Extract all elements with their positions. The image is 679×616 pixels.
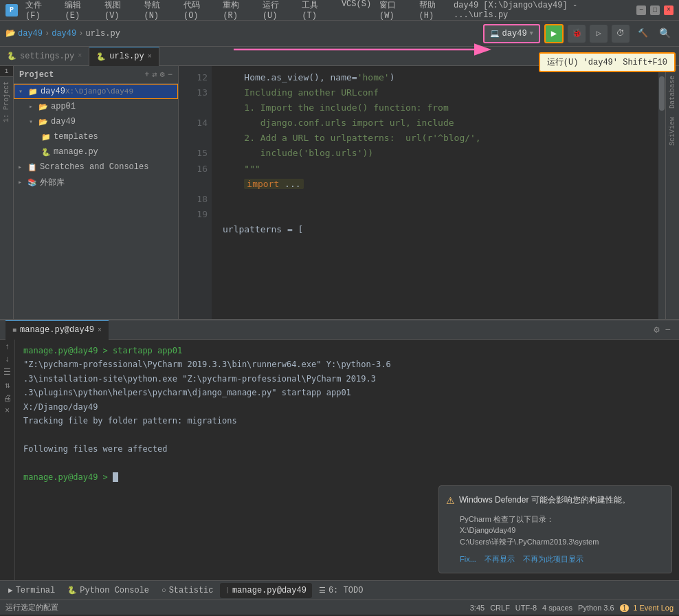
terminal-tab-close[interactable]: × xyxy=(98,327,102,334)
minimize-button[interactable]: − xyxy=(636,6,646,15)
run-tooltip: 运行(U) 'day49' Shift+F10 xyxy=(539,52,676,72)
breadcrumb-sep2: › xyxy=(78,29,83,38)
python-console-icon: 🐍 xyxy=(67,586,77,595)
menu-file[interactable]: 文件(F) xyxy=(22,0,60,22)
database-tab[interactable]: Database xyxy=(667,72,678,113)
debug-button[interactable]: 🐞 xyxy=(568,25,586,43)
menu-code[interactable]: 代码(O) xyxy=(180,0,218,22)
menu-nav[interactable]: 导航(N) xyxy=(140,0,178,22)
build-button[interactable]: 🔨 xyxy=(634,25,652,43)
sidebar-add-btn[interactable]: + xyxy=(144,70,149,80)
notif-dismiss-link[interactable]: 不再显示 xyxy=(485,553,515,566)
editor-content[interactable]: 12 13 14 15 16 18 19 Home.as_view(), nam… xyxy=(179,66,665,319)
title-bar: P 文件(F) 编辑(E) 视图(V) 导航(N) 代码(O) 重构(R) 运行… xyxy=(0,0,679,21)
editor-scrollbar[interactable] xyxy=(658,66,665,319)
urls-tab-close[interactable]: × xyxy=(148,53,152,60)
breadcrumb-project[interactable]: 📂 xyxy=(5,28,16,38)
code-content[interactable]: Home.as_view(), name='home') Including a… xyxy=(212,66,658,319)
menu-view[interactable]: 视图(V) xyxy=(101,0,139,22)
panel-tab-label-project[interactable]: 1: Project xyxy=(1,77,12,126)
code-line-13b: django.conf.urls import url, include xyxy=(223,116,647,131)
tree-item-scratches-arrow: ▸ xyxy=(18,163,27,171)
settings-tab-close[interactable]: × xyxy=(78,52,82,60)
notification-title: Windows Defender 可能会影响您的构建性能。 xyxy=(459,493,630,507)
tree-item-templates-icon: 📁 xyxy=(41,133,51,142)
coverage-button[interactable]: ▷ xyxy=(590,25,608,43)
status-event-log[interactable]: 1 1 Event Log xyxy=(620,604,674,612)
menu-bar: 文件(F) 编辑(E) 视图(V) 导航(N) 代码(O) 重构(R) 运行(U… xyxy=(22,0,454,22)
menu-tools[interactable]: 工具(T) xyxy=(298,0,336,22)
notif-dismiss-project-link[interactable]: 不再为此项目显示 xyxy=(523,553,583,566)
bottom-tab-statistic[interactable]: ○ Statistic xyxy=(156,583,219,598)
tree-item-external-libs[interactable]: ▸ 📚 外部库 xyxy=(14,175,178,190)
term-prompt-2: manage.py@day49 > xyxy=(23,472,108,482)
tree-item-manage[interactable]: 🐍 manage.py xyxy=(14,144,178,160)
menu-vcs[interactable]: VCS(S) xyxy=(338,0,375,22)
warning-icon: ⚠ xyxy=(446,493,455,509)
term-icon-down[interactable]: ↓ xyxy=(5,355,10,364)
status-indent[interactable]: 4 spaces xyxy=(542,604,572,612)
tree-item-app01[interactable]: ▸ 📂 app01 xyxy=(14,99,178,114)
status-line-ending[interactable]: CRLF xyxy=(490,604,510,612)
tree-item-app01-label: app01 xyxy=(51,102,76,111)
app-icon: P xyxy=(5,4,18,16)
tree-item-templates[interactable]: 📁 templates xyxy=(14,129,178,144)
menu-edit[interactable]: 编辑(E) xyxy=(61,0,99,22)
menu-run[interactable]: 运行(U) xyxy=(259,0,297,22)
editor-scrollbar-thumb[interactable] xyxy=(659,76,665,111)
close-button[interactable]: × xyxy=(664,6,674,15)
tab-settings[interactable]: 🐍 settings.py × xyxy=(0,47,89,66)
term-icon-filter[interactable]: ☰ xyxy=(3,367,11,377)
term-line-1: manage.py@day49 > startapp app01 xyxy=(23,344,671,358)
editor: 12 13 14 15 16 18 19 Home.as_view(), nam… xyxy=(179,66,665,319)
terminal-gear-btn[interactable]: ⚙ xyxy=(651,322,662,337)
tab-urls[interactable]: 🐍 urls.py × xyxy=(89,47,159,66)
tree-item-day49-sub[interactable]: ▾ 📂 day49 xyxy=(14,114,178,129)
menu-window[interactable]: 窗口(W) xyxy=(376,0,414,22)
tree-item-extlibs-arrow: ▸ xyxy=(18,178,27,186)
menu-help[interactable]: 帮助(H) xyxy=(416,0,454,22)
tree-item-scratches[interactable]: ▸ 📋 Scratches and Consoles xyxy=(14,160,178,175)
terminal-text-area[interactable]: manage.py@day49 > startapp app01 "Z:\pyc… xyxy=(15,340,679,580)
terminal-tab-active[interactable]: ■ manage.py@day49 × xyxy=(5,320,109,340)
term-icon-close2[interactable]: × xyxy=(5,406,10,416)
term-line-5: X:/Django/day49 xyxy=(23,400,671,414)
menu-refactor[interactable]: 重构(R) xyxy=(219,0,257,22)
profile-button[interactable]: ⏱ xyxy=(612,25,630,43)
tree-view: ▾ 📁 day49 X:\Django\day49 ▸ 📂 app01 ▾ 📂 … xyxy=(14,84,178,319)
term-line-7: Following files were affected xyxy=(23,442,671,456)
bottom-tab-manage[interactable]: | manage.py@day49 xyxy=(220,583,311,598)
status-encoding[interactable]: UTF-8 xyxy=(515,604,537,612)
term-icon-sort[interactable]: ⇅ xyxy=(5,380,10,390)
maximize-button[interactable]: □ xyxy=(650,6,660,15)
breadcrumb-project-name[interactable]: day49 xyxy=(18,29,43,38)
bottom-tab-todo[interactable]: ☰ 6: TODO xyxy=(313,583,368,598)
notif-fix-link[interactable]: Fix... xyxy=(460,553,476,566)
term-line-6: Tracking file by folder pattern: migrati… xyxy=(23,414,671,428)
breadcrumb-file[interactable]: urls.py xyxy=(85,29,120,38)
bottom-tab-python-console[interactable]: 🐍 Python Console xyxy=(62,583,155,598)
terminal-content[interactable]: ↑ ↓ ☰ ⇅ 🖨 × manage.py@day49 > startapp a… xyxy=(0,340,679,580)
tree-item-day49-root[interactable]: ▾ 📁 day49 X:\Django\day49 xyxy=(14,84,178,99)
terminal-tab-bar: ■ manage.py@day49 × ⚙ − xyxy=(0,320,679,340)
project-panel-tab[interactable]: 1 xyxy=(0,66,13,77)
status-position[interactable]: 3:45 xyxy=(470,604,485,612)
bottom-tab-terminal[interactable]: ▶ Terminal xyxy=(3,583,60,598)
tree-item-app01-icon: 📂 xyxy=(38,102,48,111)
manage-tab-label: manage.py@day49 xyxy=(232,586,307,595)
status-run-config[interactable]: 运行选定的配置 xyxy=(5,602,58,613)
term-icon-print[interactable]: 🖨 xyxy=(3,393,12,404)
toolbar-search[interactable]: 🔍 xyxy=(656,25,674,43)
run-button[interactable]: ▶ xyxy=(544,24,564,43)
breadcrumb-day49[interactable]: day49 xyxy=(52,29,76,38)
sidebar-sync-btn[interactable]: ⇄ xyxy=(152,69,157,80)
sidebar-minimize-btn[interactable]: − xyxy=(168,70,172,80)
run-config-selector[interactable]: 💻 day49 ▼ xyxy=(483,24,540,43)
term-line-blank1 xyxy=(23,428,671,441)
status-language[interactable]: Python 3.6 xyxy=(578,604,614,612)
sidebar-gear-btn[interactable]: ⚙ xyxy=(160,69,165,80)
scview-tab[interactable]: SciView xyxy=(667,113,678,150)
terminal-minimize-btn[interactable]: − xyxy=(663,323,674,337)
term-icon-up[interactable]: ↑ xyxy=(5,342,10,352)
run-config-label: day49 xyxy=(502,29,527,38)
